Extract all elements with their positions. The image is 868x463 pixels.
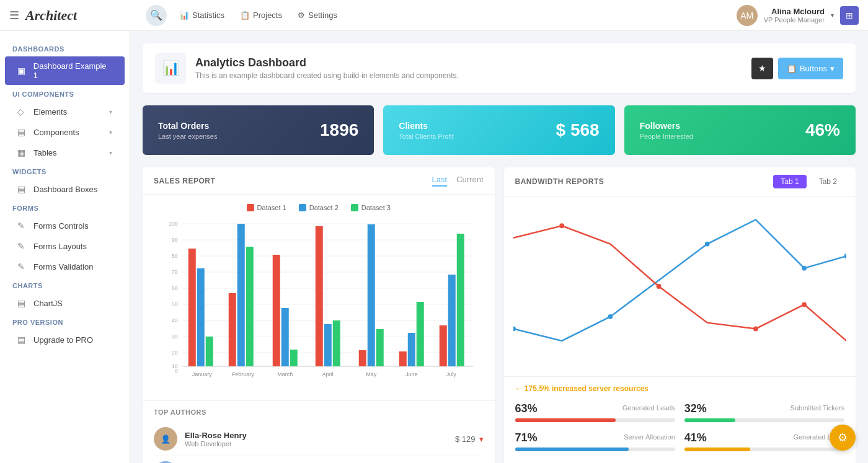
hamburger-icon[interactable]: ☰ (9, 9, 19, 22)
progress-bar-fill (684, 448, 750, 451)
bandwidth-tabs: Tab 1 Tab 2 (773, 175, 844, 188)
sales-chart-area: Dataset 1 Dataset 2 Dataset 3 (143, 195, 495, 400)
top-navigation: ☰ Architect 🔍 📊 Statistics 📋 Projects ⚙ … (0, 0, 868, 31)
chevron-icon: ▾ (109, 129, 112, 136)
notification-button[interactable]: ⊞ (840, 6, 859, 25)
svg-point-54 (559, 223, 564, 228)
bandwidth-panel: BANDWIDTH REPORTS Tab 1 Tab 2 (504, 167, 856, 463)
sidebar: DASHBOARDS ▣ Dashboard Example 1 UI COMP… (0, 31, 130, 463)
svg-rect-42 (408, 333, 415, 366)
progress-pct: 71% (515, 431, 538, 444)
sidebar-item-label: ChartJS (33, 299, 63, 308)
stat-sublabel: Last year expenses (158, 133, 217, 140)
nav-projects[interactable]: 📋 Projects (240, 11, 282, 20)
sidebar-section-ui: UI COMPONENTS (0, 86, 130, 101)
sidebar-item-forms-controls[interactable]: ✎ Forms Controls (5, 216, 125, 236)
svg-text:40: 40 (172, 317, 178, 324)
author-info: Ella-Rose Henry Web Developer (185, 431, 448, 448)
progress-bar-bg (684, 448, 844, 451)
progress-bar-fill (684, 418, 736, 422)
progress-name: Generated Leads (622, 404, 675, 415)
svg-rect-26 (237, 224, 245, 366)
stat-value: 46% (805, 120, 840, 140)
logo: Architect (25, 7, 77, 24)
sidebar-item-upgrade[interactable]: ▤ Upgrade to PRO (5, 330, 125, 350)
progress-bar-bg (684, 418, 844, 422)
dashboard-icon: ▣ (17, 66, 27, 76)
sidebar-item-dashboard-boxes[interactable]: ▤ Dashboard Boxes (5, 179, 125, 199)
svg-rect-41 (399, 351, 407, 366)
top-authors-section: TOP AUTHORS 👤 Ella-Rose Henry Web Develo… (143, 400, 495, 463)
tab-current[interactable]: Current (456, 175, 483, 187)
svg-rect-47 (457, 234, 464, 366)
svg-rect-21 (188, 249, 196, 366)
tab-btn-2[interactable]: Tab 2 (812, 175, 844, 188)
author-item: 👤 Ruben Tillman UI Designer $ 54 ▴ (154, 456, 484, 463)
svg-point-55 (656, 284, 661, 289)
sidebar-item-label: Components (33, 128, 79, 137)
page-header-info: Analytics Dashboard This is an example d… (195, 56, 742, 80)
progress-bar-fill (515, 418, 616, 422)
svg-rect-46 (448, 275, 456, 366)
progress-pct: 63% (515, 402, 538, 415)
arrow-down-icon: ▾ (479, 434, 484, 444)
tab-btn-1[interactable]: Tab 1 (773, 175, 806, 188)
svg-point-53 (844, 254, 846, 258)
page-title: Analytics Dashboard (195, 56, 742, 69)
nav-statistics[interactable]: 📊 Statistics (179, 11, 224, 20)
sidebar-item-elements[interactable]: ◇ Elements ▾ (5, 102, 125, 121)
nav-links: 📊 Statistics 📋 Projects ⚙ Settings (179, 11, 724, 20)
nav-settings[interactable]: ⚙ Settings (298, 11, 337, 20)
sidebar-section-widgets: WIDGETS (0, 163, 130, 179)
sidebar-item-label: Tables (33, 148, 57, 157)
svg-rect-38 (368, 224, 375, 366)
author-amount: $ 129 ▾ (455, 434, 484, 444)
svg-rect-45 (440, 325, 447, 366)
stat-value: $ 568 (556, 120, 600, 140)
svg-text:90: 90 (172, 237, 178, 243)
sidebar-item-forms-validation[interactable]: ✎ Forms Validation (5, 257, 125, 276)
stat-sublabel: Total Clients Profit (399, 133, 454, 140)
stat-card-orders: Total Orders Last year expenses 1896 (143, 105, 374, 155)
user-chevron-icon[interactable]: ▾ (831, 12, 834, 19)
svg-text:April: April (322, 371, 334, 377)
sidebar-section-charts: CHARTS (0, 277, 130, 293)
svg-point-49 (513, 327, 516, 332)
svg-rect-27 (246, 247, 254, 366)
star-button[interactable]: ★ (751, 58, 773, 79)
sidebar-item-label: Dashboard Boxes (33, 185, 97, 194)
line-chart (513, 206, 847, 367)
svg-rect-22 (197, 268, 205, 366)
sidebar-item-tables[interactable]: ▦ Tables ▾ (5, 143, 125, 162)
gear-fab-button[interactable]: ⚙ (830, 425, 856, 451)
panel-header-bandwidth: BANDWIDTH REPORTS Tab 1 Tab 2 (504, 167, 856, 196)
svg-text:February: February (232, 371, 255, 377)
progress-item-leads: 63% Generated Leads (515, 402, 675, 422)
panel-header-sales: SALES REPORT Last Current (143, 167, 495, 195)
legend-dataset1: Dataset 1 (247, 204, 286, 211)
svg-text:30: 30 (172, 333, 178, 340)
stat-card-clients: Clients Total Clients Profit $ 568 (383, 105, 614, 155)
tab-last[interactable]: Last (432, 175, 448, 187)
stat-label: Followers (640, 121, 693, 131)
svg-point-51 (704, 242, 709, 247)
sidebar-item-label: Upgrade to PRO (33, 335, 93, 345)
sidebar-item-dashboard-example[interactable]: ▣ Dashboard Example 1 (5, 56, 125, 85)
sidebar-item-label: Elements (33, 107, 67, 117)
bandwidth-increase: ← 175.5% increased server resources (515, 384, 845, 393)
buttons-button[interactable]: 📋 Buttons ▾ (778, 58, 843, 79)
author-role: Web Developer (185, 440, 448, 448)
sidebar-item-components[interactable]: ▤ Components ▾ (5, 122, 125, 142)
sidebar-item-forms-layouts[interactable]: ✎ Forms Layouts (5, 236, 125, 256)
progress-bar-bg (515, 418, 675, 422)
panel-tabs-sales: Last Current (432, 175, 484, 187)
search-icon[interactable]: 🔍 (146, 5, 167, 26)
progress-pct: 32% (684, 402, 707, 415)
sidebar-item-label: Forms Layouts (33, 242, 87, 251)
sidebar-item-chartjs[interactable]: ▤ ChartJS (5, 293, 125, 313)
stat-value: 1896 (320, 120, 358, 140)
progress-item-server: 71% Server Allocation (515, 431, 675, 451)
svg-rect-29 (273, 255, 280, 366)
stat-cards: Total Orders Last year expenses 1896 Cli… (143, 105, 856, 155)
svg-point-56 (753, 327, 758, 332)
